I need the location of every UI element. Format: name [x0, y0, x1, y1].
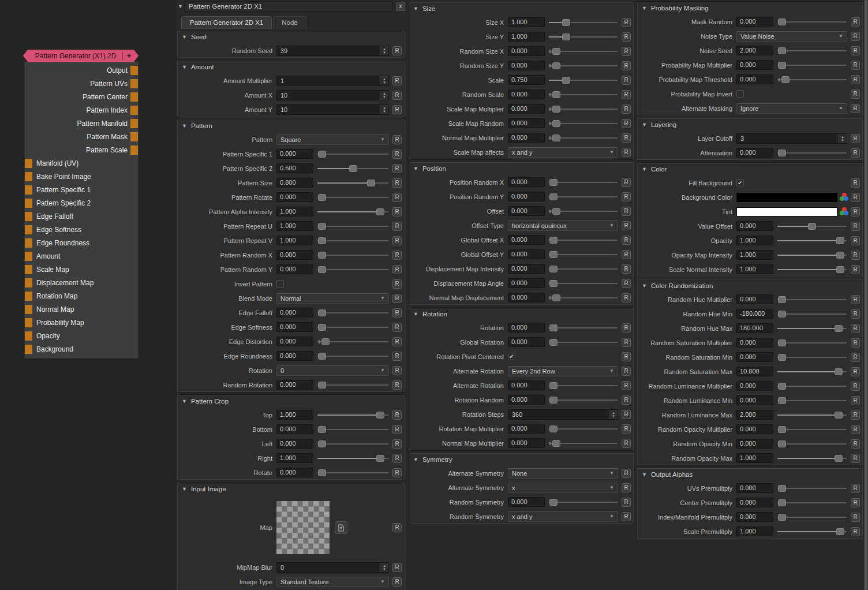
slider[interactable]	[548, 178, 618, 187]
value-field[interactable]: 0.000	[508, 104, 545, 114]
slider-handle[interactable]	[318, 324, 326, 331]
reset-button[interactable]: R	[392, 91, 402, 100]
value-field[interactable]: 0.000	[276, 149, 313, 159]
section-header[interactable]: ▼Input Image	[177, 483, 405, 495]
slider-handle[interactable]	[549, 193, 558, 200]
section-collapse-icon[interactable]: ▼	[413, 457, 418, 462]
reset-button[interactable]: R	[392, 236, 402, 245]
port-connector-icon[interactable]	[25, 238, 32, 248]
slider-handle[interactable]	[549, 397, 558, 404]
slider-handle[interactable]	[778, 354, 786, 361]
reset-button[interactable]: R	[622, 381, 631, 390]
slider[interactable]	[777, 513, 847, 522]
value-field[interactable]: 0.000	[508, 46, 545, 56]
slider-handle[interactable]	[376, 412, 384, 419]
value-field[interactable]: 0.000	[276, 380, 313, 390]
reset-button[interactable]: R	[622, 367, 631, 376]
slider[interactable]	[777, 309, 847, 319]
port-connector-icon[interactable]	[130, 106, 138, 115]
section-collapse-icon[interactable]: ▼	[642, 283, 647, 289]
value-field[interactable]: 0.000	[736, 17, 773, 27]
stepper-arrows[interactable]: ▲▼	[380, 46, 388, 55]
port-connector-icon[interactable]	[130, 145, 138, 155]
reset-button[interactable]: R	[392, 410, 402, 420]
section-header[interactable]: ▼Rotation	[409, 308, 634, 320]
reset-button[interactable]: R	[851, 236, 860, 245]
reset-button[interactable]: R	[851, 338, 860, 348]
slider-handle[interactable]	[318, 266, 326, 273]
reset-button[interactable]: R	[851, 75, 860, 84]
value-field[interactable]: 0.000	[736, 512, 773, 522]
reset-button[interactable]: R	[622, 119, 631, 128]
slider[interactable]	[777, 425, 847, 434]
slider[interactable]	[317, 308, 389, 318]
reset-button[interactable]: R	[851, 265, 860, 274]
section-collapse-icon[interactable]: ▼	[182, 123, 187, 129]
value-field[interactable]: 1.000	[276, 453, 313, 463]
slider-handle[interactable]	[778, 426, 786, 433]
port-connector-icon[interactable]	[25, 212, 32, 221]
slider[interactable]	[317, 265, 389, 274]
reset-button[interactable]: R	[392, 46, 402, 55]
slider-handle[interactable]	[552, 62, 560, 69]
number-stepper[interactable]: 360▲▼	[508, 409, 618, 420]
stepper-down-icon[interactable]: ▼	[383, 81, 386, 84]
reset-button[interactable]: R	[392, 251, 402, 260]
reset-button[interactable]: R	[392, 468, 402, 477]
value-field[interactable]: 0.000	[276, 308, 313, 318]
reset-button[interactable]: R	[851, 439, 860, 449]
value-field[interactable]: -180.000	[736, 309, 773, 319]
slider[interactable]	[548, 395, 618, 405]
reset-button[interactable]: R	[392, 150, 402, 159]
slider[interactable]	[777, 148, 847, 158]
slider-handle[interactable]	[549, 266, 558, 272]
node-input-port[interactable]: Background	[25, 342, 138, 356]
slider-handle[interactable]	[552, 208, 560, 215]
value-field[interactable]: 0.000	[276, 439, 313, 449]
section-header[interactable]: ▼Position	[409, 162, 634, 175]
slider-handle[interactable]	[836, 252, 844, 259]
section-header[interactable]: ▼Output Alphas	[637, 468, 863, 481]
slider[interactable]	[777, 498, 847, 507]
value-field[interactable]: 0.000	[736, 395, 773, 405]
port-connector-icon[interactable]	[25, 318, 32, 327]
value-field[interactable]: 0.000	[276, 250, 313, 260]
slider[interactable]	[548, 293, 618, 303]
node-output-port[interactable]: Pattern Index	[25, 103, 138, 117]
dropdown[interactable]: Standard Texture▼	[276, 577, 389, 587]
reset-button[interactable]: R	[851, 513, 860, 522]
node-output-port[interactable]: Pattern Center	[25, 90, 138, 103]
slider[interactable]	[777, 17, 847, 27]
reset-button[interactable]: R	[392, 308, 402, 318]
reset-button[interactable]: R	[392, 178, 402, 188]
slider[interactable]	[548, 18, 618, 27]
reset-button[interactable]: R	[392, 366, 402, 375]
stepper-down-icon[interactable]: ▼	[612, 415, 615, 418]
slider-handle[interactable]	[549, 179, 558, 186]
color-picker-icon[interactable]	[840, 193, 848, 201]
stepper-down-icon[interactable]: ▼	[383, 110, 386, 113]
stepper-arrows[interactable]: ▲▼	[609, 410, 618, 419]
slider-handle[interactable]	[552, 135, 560, 141]
slider-handle[interactable]	[318, 353, 326, 360]
slider[interactable]	[548, 104, 618, 114]
reset-button[interactable]: R	[392, 563, 402, 572]
slider[interactable]	[777, 484, 847, 493]
slider[interactable]	[548, 381, 618, 390]
reset-button[interactable]: R	[392, 76, 402, 85]
dropdown[interactable]: Value Noise▼	[736, 31, 847, 42]
reset-button[interactable]: R	[622, 410, 631, 419]
slider-handle[interactable]	[781, 76, 790, 83]
node-input-port[interactable]: Manifold (UV)	[25, 156, 138, 170]
panel-close-button[interactable]: x	[396, 2, 405, 11]
section-header[interactable]: ▼Pattern	[177, 120, 405, 132]
slider[interactable]	[777, 396, 847, 405]
value-field[interactable]: 1.000	[276, 410, 313, 420]
slider-handle[interactable]	[835, 412, 843, 419]
slider-handle[interactable]	[318, 223, 326, 230]
reset-button[interactable]: R	[622, 279, 631, 288]
reset-button[interactable]: R	[851, 251, 860, 260]
slider-handle[interactable]	[349, 165, 357, 172]
slider-handle[interactable]	[836, 528, 844, 535]
load-image-button[interactable]	[335, 521, 347, 534]
